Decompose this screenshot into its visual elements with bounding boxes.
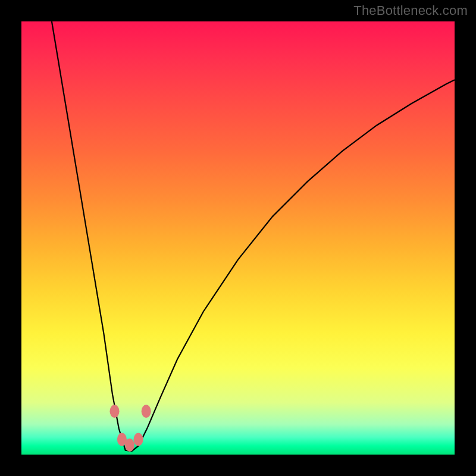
markers xyxy=(110,405,151,452)
curve-layer xyxy=(21,21,455,455)
plot-area xyxy=(21,21,455,455)
watermark-text: TheBottleneck.com xyxy=(353,3,468,18)
marker-4 xyxy=(134,433,143,446)
bottleneck-curve xyxy=(52,21,455,451)
marker-5 xyxy=(142,405,151,418)
marker-3 xyxy=(125,439,134,452)
marker-1 xyxy=(110,405,120,418)
chart-frame: TheBottleneck.com xyxy=(0,0,476,476)
